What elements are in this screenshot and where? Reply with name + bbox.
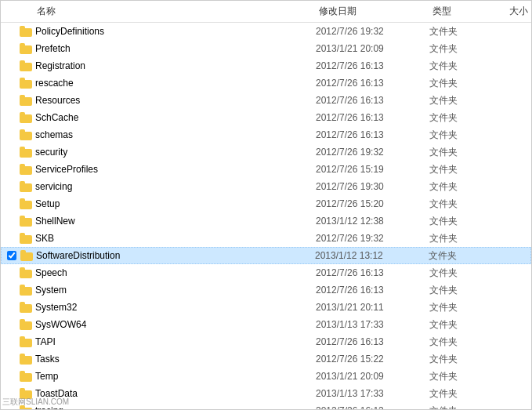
file-date: 2013/1/21 20:11	[316, 302, 429, 313]
file-list-container: 名称 修改日期 类型 大小 PolicyDefinitions2012/7/26…	[0, 0, 532, 410]
file-date: 2012/7/26 16:13	[316, 78, 429, 89]
folder-icon	[18, 267, 34, 278]
file-name: Resources	[34, 95, 316, 106]
file-name: ShellNew	[34, 216, 316, 227]
file-date: 2012/7/26 19:32	[316, 233, 429, 244]
file-date: 2013/1/13 17:33	[316, 319, 429, 330]
file-date: 2012/7/26 16:13	[316, 112, 429, 123]
header-date[interactable]: 修改日期	[316, 3, 429, 20]
folder-icon	[18, 60, 34, 71]
file-date: 2013/1/12 12:38	[316, 216, 429, 227]
file-type: 文件夹	[429, 146, 484, 159]
file-name: Registration	[34, 60, 316, 71]
folder-icon	[18, 354, 34, 365]
folder-icon	[18, 388, 34, 399]
file-type: 文件夹	[429, 94, 484, 107]
table-row[interactable]: security2012/7/26 19:32文件夹	[1, 143, 531, 161]
file-date: 2012/7/26 19:32	[316, 26, 429, 37]
table-row[interactable]: Tasks2012/7/26 15:22文件夹	[1, 350, 531, 368]
file-date: 2012/7/26 16:13	[316, 267, 429, 278]
file-date: 2012/7/26 16:13	[316, 129, 429, 140]
header-size[interactable]: 大小	[484, 3, 531, 20]
file-date: 2012/7/26 16:13	[316, 405, 429, 409]
file-date: 2012/7/26 19:30	[316, 181, 429, 192]
folder-icon	[18, 233, 34, 244]
table-row[interactable]: Resources2012/7/26 16:13文件夹	[1, 92, 531, 109]
file-name: tracing	[34, 405, 316, 409]
table-row[interactable]: Temp2013/1/21 20:09文件夹	[1, 368, 531, 385]
folder-icon	[18, 78, 34, 89]
table-row[interactable]: Speech2012/7/26 16:13文件夹	[1, 264, 531, 281]
table-row[interactable]: Setup2012/7/26 15:20文件夹	[1, 195, 531, 212]
file-name: rescache	[34, 78, 316, 89]
file-name: Setup	[34, 198, 316, 209]
table-row[interactable]: System322013/1/21 20:11文件夹	[1, 299, 531, 316]
file-name: Tasks	[34, 354, 316, 365]
table-row[interactable]: servicing2012/7/26 19:30文件夹	[1, 178, 531, 195]
file-type: 文件夹	[429, 267, 484, 280]
header-type[interactable]: 类型	[429, 3, 484, 20]
file-name: Speech	[34, 267, 316, 278]
file-type: 文件夹	[429, 405, 484, 410]
file-date: 2012/7/26 15:20	[316, 198, 429, 209]
file-type: 文件夹	[429, 60, 484, 73]
header-name[interactable]: 名称	[34, 3, 316, 20]
folder-icon	[19, 250, 34, 261]
file-date: 2012/7/26 15:22	[316, 354, 429, 365]
table-row[interactable]: tracing2012/7/26 16:13文件夹	[1, 402, 531, 409]
file-list-body[interactable]: PolicyDefinitions2012/7/26 19:32文件夹Prefe…	[1, 23, 531, 409]
file-name: SchCache	[34, 112, 316, 123]
file-type: 文件夹	[429, 180, 484, 194]
file-type: 文件夹	[429, 353, 484, 366]
file-name: TAPI	[34, 336, 316, 347]
file-name: Temp	[34, 371, 316, 382]
file-type: 文件夹	[429, 163, 484, 176]
file-name: schemas	[34, 129, 316, 140]
file-name: System32	[34, 302, 316, 313]
table-row[interactable]: SysWOW642013/1/13 17:33文件夹	[1, 316, 531, 333]
table-row[interactable]: ShellNew2013/1/12 12:38文件夹	[1, 212, 531, 230]
folder-icon	[18, 129, 34, 140]
table-row[interactable]: SchCache2012/7/26 16:13文件夹	[1, 109, 531, 126]
file-date: 2012/7/26 16:13	[316, 60, 429, 71]
folder-icon	[18, 216, 34, 227]
file-type: 文件夹	[429, 301, 484, 314]
table-row[interactable]: Prefetch2013/1/21 20:09文件夹	[1, 40, 531, 57]
folder-icon	[18, 164, 34, 175]
file-name: SKB	[34, 233, 316, 244]
folder-icon	[18, 371, 34, 382]
file-name: SoftwareDistribution	[34, 250, 315, 261]
file-type: 文件夹	[429, 77, 484, 90]
table-row[interactable]: PolicyDefinitions2012/7/26 19:32文件夹	[1, 23, 531, 40]
file-type: 文件夹	[429, 387, 484, 401]
folder-icon	[18, 198, 34, 209]
file-name: security	[34, 147, 316, 158]
file-type: 文件夹	[429, 284, 484, 297]
file-date: 2012/7/26 15:19	[316, 164, 429, 175]
file-type: 文件夹	[429, 42, 484, 56]
file-date: 2013/1/13 17:33	[316, 388, 429, 399]
file-date: 2013/1/21 20:09	[316, 43, 429, 54]
file-name: Prefetch	[34, 43, 316, 54]
table-row[interactable]: SoftwareDistribution2013/1/12 13:12文件夹	[1, 247, 531, 264]
file-date: 2012/7/26 16:13	[316, 336, 429, 347]
file-type: 文件夹	[429, 129, 484, 142]
table-row[interactable]: SKB2012/7/26 19:32文件夹	[1, 230, 531, 247]
table-row[interactable]: schemas2012/7/26 16:13文件夹	[1, 126, 531, 143]
folder-icon	[18, 336, 34, 347]
table-row[interactable]: ServiceProfiles2012/7/26 15:19文件夹	[1, 161, 531, 178]
file-type: 文件夹	[429, 249, 483, 263]
table-row[interactable]: System2012/7/26 16:13文件夹	[1, 281, 531, 299]
row-checkbox[interactable]	[7, 251, 16, 260]
file-type: 文件夹	[429, 111, 484, 125]
file-type: 文件夹	[429, 215, 484, 228]
file-date: 2012/7/26 19:32	[316, 147, 429, 158]
table-row[interactable]: ToastData2013/1/13 17:33文件夹	[1, 385, 531, 402]
folder-icon	[18, 181, 34, 192]
table-row[interactable]: rescache2012/7/26 16:13文件夹	[1, 74, 531, 92]
table-row[interactable]: TAPI2012/7/26 16:13文件夹	[1, 333, 531, 350]
row-checkbox-cell	[2, 251, 19, 260]
file-name: SysWOW64	[34, 319, 316, 330]
file-name: servicing	[34, 181, 316, 192]
table-row[interactable]: Registration2012/7/26 16:13文件夹	[1, 57, 531, 74]
